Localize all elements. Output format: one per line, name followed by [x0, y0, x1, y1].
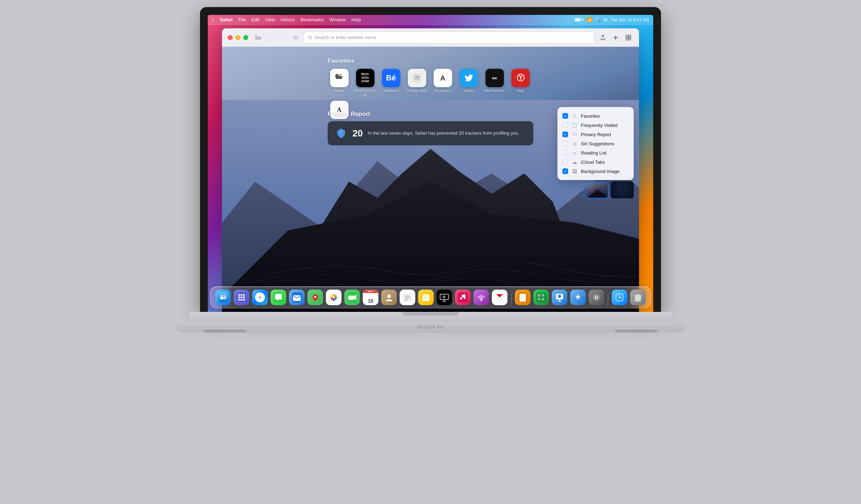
dock-notes[interactable]: [418, 290, 434, 305]
favorite-apple[interactable]: Apple: [328, 69, 351, 98]
back-button[interactable]: ‹: [267, 33, 277, 43]
bg-thumb-2[interactable]: [611, 181, 634, 198]
favorite-yelp[interactable]: Ⓨ Yelp: [509, 69, 532, 98]
customize-reading-list[interactable]: ∞ Reading List: [557, 148, 634, 157]
dock-safari[interactable]: [252, 290, 268, 305]
dock-contacts[interactable]: [381, 290, 397, 305]
dock-separator: [511, 294, 511, 305]
dock-launchpad[interactable]: [234, 290, 249, 305]
dock: NOV 10: [210, 286, 651, 308]
background-thumbnails: [585, 181, 634, 198]
favorite-boooom-icon: BOOOOOOOM: [356, 69, 374, 87]
favorite-twitter-label: Twitter: [463, 89, 474, 93]
search-placeholder: Search or enter website name: [315, 35, 376, 40]
favorite-archinect[interactable]: A Archinect: [431, 69, 454, 98]
siri-suggestions-checkbox[interactable]: [562, 141, 568, 146]
reading-list-checkbox[interactable]: [562, 150, 568, 156]
favorite-design-milk[interactable]: Design Milk: [405, 69, 428, 98]
svg-rect-83: [538, 294, 540, 297]
customize-privacy-report[interactable]: 🛡 Privacy Report: [557, 130, 634, 139]
dock-news[interactable]: [492, 290, 507, 305]
favorite-behance[interactable]: Bé Behance: [379, 69, 402, 98]
macbook-base: MacBook Pro: [175, 322, 686, 332]
svg-rect-12: [414, 75, 420, 80]
reading-list-label: Reading List: [581, 150, 606, 156]
customize-icloud-tabs[interactable]: ☁ iCloud Tabs: [557, 157, 634, 167]
dock-screentime[interactable]: [612, 290, 627, 305]
dock-syspref[interactable]: [589, 290, 604, 305]
menu-history[interactable]: History: [280, 17, 295, 22]
search-icon[interactable]: 🔍: [595, 17, 601, 22]
dock-trash[interactable]: [630, 290, 646, 305]
svg-point-30: [243, 299, 245, 301]
favorites-checkbox[interactable]: [562, 113, 568, 119]
siri-suggestions-label: Siri Suggestions: [581, 141, 614, 146]
menu-window[interactable]: Window: [329, 17, 346, 22]
svg-point-26: [240, 296, 243, 298]
background-image-label: Background Image: [581, 169, 620, 174]
menu-file[interactable]: File: [238, 17, 246, 22]
apple-menu[interactable]: : [212, 17, 214, 23]
menu-bookmarks[interactable]: Bookmarks: [301, 17, 324, 22]
dock-keynote[interactable]: [552, 290, 567, 305]
svg-point-15: [620, 186, 626, 192]
dock-facetime[interactable]: [344, 290, 360, 305]
sidebar-toggle[interactable]: [253, 34, 263, 41]
search-bar[interactable]: Search or enter website name: [304, 32, 594, 44]
dock-numbers[interactable]: [533, 290, 549, 305]
wifi-icon: 📶: [587, 17, 592, 22]
dock-photos[interactable]: [326, 290, 341, 305]
bg-thumb-1[interactable]: [585, 181, 609, 198]
customize-frequently-visited[interactable]: 🕐 Frequently Visited: [557, 121, 634, 130]
close-button[interactable]: [228, 35, 233, 40]
privacy-report-card[interactable]: ! 20 In the last seven days, Safari has …: [328, 121, 533, 145]
customize-background-image[interactable]: 🖼 Background Image: [557, 167, 634, 176]
dock-music[interactable]: [455, 290, 471, 305]
customize-siri-suggestions[interactable]: ◎ Siri Suggestions: [557, 139, 634, 148]
tab-overview-button[interactable]: [623, 33, 633, 43]
privacy-report-checkbox[interactable]: [562, 131, 568, 137]
icloud-tabs-icon: ☁: [572, 159, 577, 165]
svg-point-20: [223, 296, 224, 297]
sound-button[interactable]: [291, 33, 300, 42]
frequently-visited-checkbox[interactable]: [562, 122, 568, 128]
svg-rect-7: [629, 35, 631, 37]
dock-reminders[interactable]: [400, 290, 415, 305]
menu-edit[interactable]: Edit: [251, 17, 259, 22]
favorite-wetransfer[interactable]: we WeTransfer: [483, 69, 506, 98]
svg-point-19: [221, 296, 222, 297]
dock-messages[interactable]: [271, 290, 286, 305]
customize-favorites[interactable]: ☆ Favorites: [557, 111, 634, 121]
svg-rect-63: [422, 294, 429, 301]
finder-indicator: [222, 306, 224, 307]
battery-body: [574, 18, 582, 22]
safari-content: Favorites Ap: [222, 47, 639, 312]
dock-appstore[interactable]: [570, 290, 586, 305]
svg-rect-78: [520, 294, 526, 302]
svg-line-3: [311, 38, 312, 39]
menu-help[interactable]: Help: [351, 17, 361, 22]
dock-pages[interactable]: [515, 290, 531, 305]
dock-tv[interactable]: [437, 290, 452, 305]
background-image-checkbox[interactable]: [562, 168, 568, 174]
menu-safari[interactable]: Safari: [220, 17, 233, 22]
share-button[interactable]: [598, 33, 608, 43]
maximize-button[interactable]: [243, 35, 248, 40]
dock-maps[interactable]: [307, 290, 323, 305]
dock-mail[interactable]: [289, 290, 305, 305]
control-center-icon[interactable]: ⊞: [604, 17, 607, 22]
minimize-button[interactable]: [235, 35, 240, 40]
menu-view[interactable]: View: [265, 17, 275, 22]
search-icon: [308, 35, 312, 40]
dock-finder[interactable]: [215, 290, 231, 305]
icloud-tabs-checkbox[interactable]: [562, 159, 568, 165]
new-tab-button[interactable]: [611, 33, 621, 43]
dock-calendar[interactable]: NOV 10: [363, 290, 378, 305]
favorite-boooom[interactable]: BOOOOOOOM BOOOOOOM: [354, 69, 377, 98]
svg-point-91: [595, 296, 598, 299]
favorite-twitter[interactable]: Twitter: [457, 69, 480, 98]
forward-button[interactable]: ›: [278, 33, 288, 43]
privacy-text: In the last seven days, Safari has preve…: [368, 130, 520, 136]
dock-podcasts[interactable]: [473, 290, 489, 305]
svg-line-95: [620, 297, 621, 298]
